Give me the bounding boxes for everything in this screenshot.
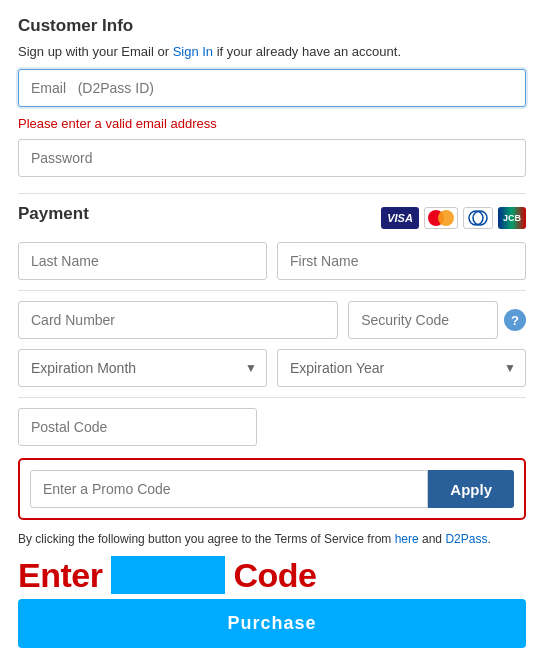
diners-icon: [463, 207, 493, 229]
terms-here-link[interactable]: here: [395, 532, 419, 546]
postal-code-input[interactable]: [18, 408, 257, 446]
expiration-year-wrap: Expiration Year 2024 2025 2026 2027 2028…: [277, 349, 526, 387]
sign-in-link[interactable]: Sign In: [173, 44, 213, 59]
password-wrap: [18, 139, 526, 177]
card-icons: VISA JCB: [381, 207, 526, 229]
card-number-wrap: [18, 301, 338, 339]
card-number-input[interactable]: [18, 301, 338, 339]
security-code-input[interactable]: [348, 301, 498, 339]
security-wrap: ?: [348, 301, 526, 339]
divider: [18, 193, 526, 194]
promo-label-row: Enter Promo Code: [18, 556, 526, 595]
promo-section: Apply: [18, 458, 526, 520]
divider2: [18, 290, 526, 291]
customer-info-title: Customer Info: [18, 16, 526, 36]
expiry-row: Expiration Month 01 - January 02 - Febru…: [18, 349, 526, 387]
password-input[interactable]: [18, 139, 526, 177]
mastercard-icon: [424, 207, 458, 229]
terms-before: By clicking the following button you agr…: [18, 532, 395, 546]
email-input[interactable]: [18, 69, 526, 107]
terms-and: and: [419, 532, 446, 546]
last-name-input[interactable]: [18, 242, 267, 280]
terms-text: By clicking the following button you agr…: [18, 532, 526, 546]
divider3: [18, 397, 526, 398]
apply-button[interactable]: Apply: [428, 470, 514, 508]
name-row: [18, 242, 526, 280]
signup-text: Sign up with your Email or Sign In if yo…: [18, 44, 526, 59]
expiration-year-select[interactable]: Expiration Year 2024 2025 2026 2027 2028…: [277, 349, 526, 387]
main-container: Customer Info Sign up with your Email or…: [0, 0, 544, 660]
card-row: ?: [18, 301, 526, 339]
payment-title: Payment: [18, 204, 89, 224]
terms-after: .: [487, 532, 490, 546]
jcb-icon: JCB: [498, 207, 526, 229]
purchase-button[interactable]: Purchase: [18, 599, 526, 648]
promo-code-input[interactable]: [30, 470, 428, 508]
postal-row: [18, 408, 526, 446]
signup-text-after: if your already have an account.: [213, 44, 401, 59]
promo-highlight: Promo: [111, 556, 224, 594]
payment-header: Payment VISA JCB: [18, 204, 526, 232]
expiration-month-select[interactable]: Expiration Month 01 - January 02 - Febru…: [18, 349, 267, 387]
security-info-button[interactable]: ?: [504, 309, 526, 331]
visa-icon: VISA: [381, 207, 419, 229]
expiration-month-wrap: Expiration Month 01 - January 02 - Febru…: [18, 349, 267, 387]
promo-code-display-label: Enter Promo Code: [18, 556, 317, 594]
first-name-input[interactable]: [277, 242, 526, 280]
signup-text-before: Sign up with your Email or: [18, 44, 173, 59]
d2pass-link[interactable]: D2Pass: [445, 532, 487, 546]
email-error: Please enter a valid email address: [18, 116, 526, 131]
